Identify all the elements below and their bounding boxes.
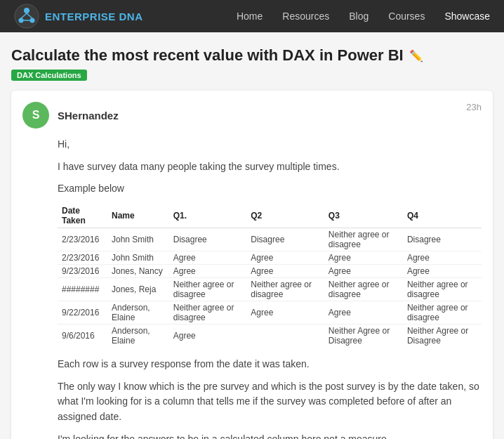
- nav-home[interactable]: Home: [237, 11, 263, 22]
- tag-badge[interactable]: DAX Calculations: [11, 70, 87, 81]
- survey-table: Date Taken Name Q1. Q2 Q3 Q4 2/23/2016Jo…: [58, 204, 482, 347]
- body-line6: I'm looking for the answers to be in a c…: [58, 432, 482, 439]
- body-line2: I have survey data many people taking th…: [58, 159, 482, 175]
- table-row: 2/23/2016John SmithAgreeAgreeAgreeAgree: [58, 251, 482, 265]
- logo-icon: [14, 4, 39, 29]
- col-q1: Q1.: [169, 204, 247, 228]
- table-row: ########Jones, RejaNeither agree or disa…: [58, 278, 482, 301]
- nav-showcase[interactable]: Showcase: [444, 11, 490, 22]
- table-row: 9/23/2016Jones, NancyAgreeAgreeAgreeAgre…: [58, 265, 482, 278]
- table-row: 2/23/2016John SmithDisagreeDisagreeNeith…: [58, 228, 482, 251]
- table-row: 9/6/2016Anderson, ElaineAgreeNeither Agr…: [58, 325, 482, 348]
- navbar: ENTERPRISE DNA Home Resources Blog Cours…: [0, 0, 504, 32]
- body-line4: Each row is a survey response from the d…: [58, 357, 482, 372]
- logo: ENTERPRISE DNA: [14, 4, 143, 29]
- logo-text: ENTERPRISE DNA: [45, 11, 143, 22]
- avatar: S: [22, 102, 49, 129]
- body-line3: Example below: [58, 181, 482, 197]
- col-date: Date Taken: [58, 204, 107, 228]
- body-line5: The only way I know which is the pre sur…: [58, 379, 482, 425]
- nav-courses[interactable]: Courses: [388, 11, 425, 22]
- nav-links: Home Resources Blog Courses Showcase: [237, 11, 490, 22]
- table-row: 9/22/2016Anderson, ElaineNeither agree o…: [58, 301, 482, 325]
- svg-point-1: [24, 8, 29, 13]
- col-name: Name: [107, 204, 169, 228]
- post-time: 23h: [466, 102, 482, 112]
- edit-icon[interactable]: ✏️: [409, 49, 423, 63]
- post-body: Hi, I have survey data many people takin…: [11, 129, 493, 439]
- body-line1: Hi,: [58, 137, 482, 152]
- page-title: Calculate the most recent value with DAX…: [11, 46, 493, 65]
- col-q3: Q3: [324, 204, 403, 228]
- page-content: Calculate the most recent value with DAX…: [0, 32, 504, 439]
- col-q4: Q4: [403, 204, 482, 228]
- author-name[interactable]: SHernandez: [58, 110, 119, 122]
- nav-resources[interactable]: Resources: [282, 11, 329, 22]
- nav-blog[interactable]: Blog: [349, 11, 369, 22]
- logo-accent: DNA: [119, 11, 143, 22]
- post-author-row: S SHernandez: [22, 102, 119, 129]
- col-q2: Q2: [246, 204, 324, 228]
- post-card: S SHernandez 23h Hi, I have survey data …: [11, 91, 493, 439]
- post-header: S SHernandez 23h: [11, 91, 493, 129]
- logo-main: ENTERPRISE: [45, 11, 116, 22]
